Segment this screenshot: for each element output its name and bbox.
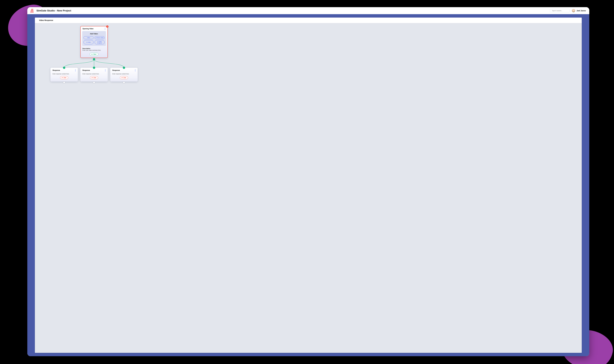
port-response-1-out[interactable] xyxy=(63,81,65,84)
kebab-menu-icon[interactable] xyxy=(104,28,106,30)
start-button[interactable]: Start xyxy=(90,53,98,56)
node-title: Opening Video xyxy=(82,28,93,30)
canvas-frame: Video Response ! Opening Video xyxy=(35,18,582,353)
port-response-1-in[interactable] xyxy=(63,66,65,69)
response-placeholder[interactable]: Enter response content here. xyxy=(51,72,78,75)
ai-video-button[interactable]: AI Video xyxy=(83,40,93,44)
end-arc-icon xyxy=(62,77,63,78)
alert-badge-icon: ! xyxy=(106,25,108,28)
node-response-2[interactable]: Response Enter response content here. En… xyxy=(80,68,108,81)
description-placeholder[interactable]: Enter your video summary here. xyxy=(82,50,106,51)
add-video-label: Add Video: xyxy=(90,33,98,35)
app-logo-icon xyxy=(30,9,35,12)
kebab-menu-icon[interactable] xyxy=(104,69,106,71)
avatar xyxy=(572,9,575,12)
app-window: SimGate Studio - New Project Joel Janov … xyxy=(27,7,589,356)
user-menu[interactable]: Joel Janov xyxy=(572,9,586,12)
port-response-3-out[interactable] xyxy=(123,81,125,84)
end-button[interactable]: End xyxy=(60,76,68,79)
node-title: Response xyxy=(112,69,120,71)
end-arc-icon xyxy=(92,77,93,78)
node-title: Response xyxy=(82,69,90,71)
app-header: SimGate Studio - New Project Joel Janov xyxy=(27,7,589,14)
search-input[interactable] xyxy=(552,10,570,12)
node-opening-video[interactable]: ! Opening Video Add Video: Video AI Text… xyxy=(80,26,108,58)
response-placeholder[interactable]: Enter response content here. xyxy=(80,72,108,75)
node-response-1[interactable]: Response Enter response content here. En… xyxy=(51,68,78,81)
flow-canvas[interactable]: ! Opening Video Add Video: Video AI Text… xyxy=(35,23,582,353)
user-name: Joel Janov xyxy=(576,10,586,12)
port-response-2-in[interactable] xyxy=(93,66,95,69)
port-response-3-in[interactable] xyxy=(123,66,125,69)
app-title: SimGate Studio - New Project xyxy=(36,9,71,12)
canvas-title: Video Response xyxy=(35,18,582,23)
description-block: Description Enter your video summary her… xyxy=(81,47,107,52)
kebab-menu-icon[interactable] xyxy=(134,69,136,71)
end-button-label: End xyxy=(94,77,96,78)
ai-text-to-video-button[interactable]: AI Text to Video xyxy=(94,36,105,39)
port-response-2-out[interactable] xyxy=(93,81,95,84)
add-video-panel: Add Video: Video AI Text to Video AI Vid… xyxy=(82,31,106,46)
search-input-wrapper[interactable] xyxy=(550,9,570,12)
response-placeholder[interactable]: Enter response content here. xyxy=(110,72,138,75)
kebab-menu-icon[interactable] xyxy=(74,69,76,71)
end-button-label: End xyxy=(124,77,126,78)
end-arc-icon xyxy=(121,77,123,78)
app-body: Video Response ! Opening Video xyxy=(27,14,589,356)
start-button-label: Start xyxy=(93,53,96,55)
start-arc-icon xyxy=(91,54,93,55)
node-title: Response xyxy=(53,69,60,71)
end-button-label: End xyxy=(64,77,66,78)
end-button[interactable]: End xyxy=(120,76,128,79)
port-opening-out[interactable] xyxy=(93,58,95,60)
description-label: Description xyxy=(82,48,106,49)
node-response-3[interactable]: Response Enter response content here. En… xyxy=(110,68,138,81)
ai-video-legacy-button[interactable]: AI Video (Legacy) xyxy=(94,40,105,44)
end-button[interactable]: End xyxy=(90,76,98,79)
video-button[interactable]: Video xyxy=(83,36,93,39)
